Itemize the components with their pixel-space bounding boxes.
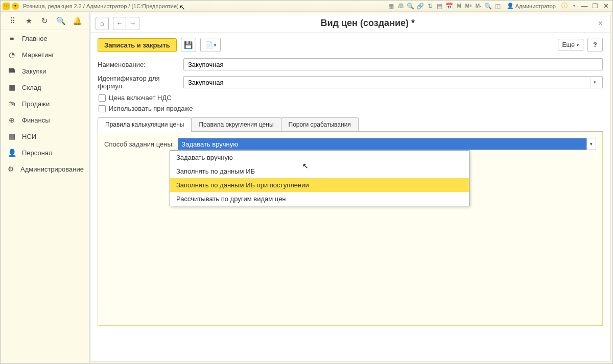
list-icon: ▤ <box>8 132 16 140</box>
use-on-sale-label: Использовать при продаже <box>109 105 193 112</box>
minimize-button[interactable]: — <box>580 2 589 10</box>
sidebar: ⠿ ★ ↻ 🔍 🔔 ≡Главное ◔Маркетинг ⛟Закупки ▦… <box>1 12 90 363</box>
close-window-button[interactable]: ✕ <box>601 2 610 10</box>
info-icon[interactable]: ⓘ <box>560 2 569 10</box>
user-name: Администратор <box>515 3 556 9</box>
tab-calc-rules[interactable]: Правила калькуляции цены <box>98 117 192 131</box>
window-title: Розница, редакция 2.2 / Администратор / … <box>23 3 179 9</box>
sidebar-item-label: НСИ <box>22 133 36 140</box>
gear-icon: ⚙ <box>8 165 14 173</box>
app-menu-dropdown-icon[interactable]: ▾ <box>12 3 19 10</box>
history-icon[interactable]: ↻ <box>40 16 50 26</box>
name-input-wrap <box>183 58 603 70</box>
titlebar: 1C ▾ Розница, редакция 2.2 / Администрат… <box>1 1 612 12</box>
method-select-dropdown-button[interactable]: ▾ <box>586 138 596 150</box>
method-option-calc-other[interactable]: Рассчитывать по другим видам цен <box>170 192 469 206</box>
sidebar-item-sales[interactable]: 🛍Продажи <box>1 95 89 112</box>
toolbar-link-icon[interactable]: 🔗 <box>416 2 425 10</box>
save-button[interactable]: 💾 <box>181 38 196 52</box>
toolbar-search-icon[interactable]: 🔍 <box>407 2 415 10</box>
favorites-icon[interactable]: ★ <box>23 16 34 26</box>
sidebar-item-purchases[interactable]: ⛟Закупки <box>1 63 89 79</box>
calc-mminus-button[interactable]: М- <box>475 2 483 10</box>
save-and-close-button[interactable]: Записать и закрыть <box>98 38 177 52</box>
current-user[interactable]: 👤 Администратор <box>507 3 556 9</box>
notifications-icon[interactable]: 🔔 <box>72 16 82 26</box>
toolbar-compare-icon[interactable]: ⇅ <box>426 2 434 10</box>
coin-icon: ⊕ <box>8 116 16 124</box>
report-icon: 📄 <box>205 41 213 49</box>
sidebar-item-personnel[interactable]: 👤Персонал <box>1 144 89 161</box>
vat-checkbox-label: Цена включает НДС <box>109 94 172 102</box>
page-title: Вид цен (создание) * <box>144 18 592 29</box>
form-content: Записать и закрыть 💾 📄▾ Еще▾ ? Наименова… <box>90 33 610 361</box>
sidebar-item-label: Закупки <box>22 67 46 75</box>
close-tab-button[interactable]: × <box>596 17 605 30</box>
floppy-icon: 💾 <box>184 41 193 49</box>
method-dropdown: Задавать вручную Заполнять по данным ИБ … <box>170 150 469 206</box>
sidebar-item-finances[interactable]: ⊕Финансы <box>1 112 89 128</box>
sidebar-item-admin[interactable]: ⚙Администрирование <box>1 161 89 177</box>
calc-mplus-button[interactable]: М+ <box>465 2 473 10</box>
method-label: Способ задания цены: <box>104 140 174 148</box>
vat-checkbox[interactable] <box>99 94 106 102</box>
toolbar-print-icon[interactable]: 🖶 <box>397 2 405 10</box>
sidebar-item-label: Продажи <box>22 100 50 108</box>
maximize-button[interactable]: ☐ <box>591 2 600 10</box>
sidebar-item-warehouse[interactable]: ▦Склад <box>1 79 89 95</box>
name-input[interactable] <box>187 60 599 69</box>
grid-icon: ▦ <box>8 83 16 91</box>
chevron-down-icon: ▾ <box>577 43 579 47</box>
id-label: Идентификатор для формул: <box>98 75 179 90</box>
sections-menu-icon[interactable]: ⠿ <box>8 16 18 26</box>
id-dropdown-button[interactable]: ▾ <box>590 78 599 87</box>
id-input-wrap: ▾ <box>183 76 603 88</box>
method-option-fill-ib[interactable]: Заполнять по данным ИБ <box>170 164 469 178</box>
panels-icon[interactable]: ◫ <box>494 2 502 10</box>
name-label: Наименование: <box>98 61 179 68</box>
sidebar-item-marketing[interactable]: ◔Маркетинг <box>1 46 89 63</box>
chevron-down-icon: ▾ <box>214 43 216 47</box>
report-dropdown-button[interactable]: 📄▾ <box>200 38 221 52</box>
bag-icon: 🛍 <box>8 100 16 108</box>
sidebar-item-label: Персонал <box>22 149 53 157</box>
home-button[interactable]: ⌂ <box>96 17 109 30</box>
main-panel: ⌂ ← → Вид цен (создание) * × Записать и … <box>90 14 610 361</box>
id-input[interactable] <box>187 78 590 87</box>
cursor-icon: ↖ <box>179 3 185 11</box>
tab-thresholds[interactable]: Пороги срабатывания <box>281 117 359 131</box>
app-logo-icon: 1C <box>3 3 10 10</box>
person-icon: 👤 <box>8 149 16 157</box>
sidebar-toolbar: ⠿ ★ ↻ 🔍 🔔 <box>1 12 89 30</box>
menu-icon: ≡ <box>8 34 16 42</box>
app-window: 1C ▾ Розница, редакция 2.2 / Администрат… <box>0 0 613 364</box>
tab-rounding-rules[interactable]: Правила округления цены <box>191 117 281 131</box>
toolbar-doc-icon[interactable]: ▦ <box>387 2 395 10</box>
zoom-in-icon[interactable]: 🔍 <box>484 2 492 10</box>
sidebar-item-label: Администрирование <box>20 165 84 173</box>
sidebar-item-refs[interactable]: ▤НСИ <box>1 128 89 144</box>
piechart-icon: ◔ <box>8 51 16 59</box>
sidebar-item-label: Склад <box>22 84 41 91</box>
method-select[interactable]: Задавать вручную ▾ <box>178 138 596 150</box>
back-button[interactable]: ← <box>113 17 126 30</box>
calc-m-button[interactable]: М <box>455 2 463 10</box>
main-topbar: ⌂ ← → Вид цен (создание) * × <box>90 14 610 33</box>
toolbar-table-icon[interactable]: ▤ <box>436 2 444 10</box>
method-option-fill-ib-on-receipt[interactable]: Заполнять по данным ИБ при поступлении <box>170 178 469 192</box>
info-dropdown-icon[interactable]: ▾ <box>570 2 578 10</box>
method-select-value: Задавать вручную <box>178 138 586 150</box>
search-icon[interactable]: 🔍 <box>56 16 66 26</box>
method-option-manual[interactable]: Задавать вручную <box>170 151 469 164</box>
help-button[interactable]: ? <box>587 38 603 52</box>
tab-body: Способ задания цены: Задавать вручную ▾ … <box>98 132 603 326</box>
sidebar-item-main[interactable]: ≡Главное <box>1 30 89 46</box>
more-button[interactable]: Еще▾ <box>558 39 583 51</box>
toolbar-calendar-icon[interactable]: 📅 <box>445 2 454 10</box>
sidebar-item-label: Главное <box>22 35 48 42</box>
forward-button[interactable]: → <box>126 17 139 30</box>
sidebar-item-label: Маркетинг <box>22 51 54 59</box>
tabs: Правила калькуляции цены Правила округле… <box>98 117 603 132</box>
sidebar-item-label: Финансы <box>22 116 50 124</box>
use-on-sale-checkbox[interactable] <box>99 105 106 112</box>
